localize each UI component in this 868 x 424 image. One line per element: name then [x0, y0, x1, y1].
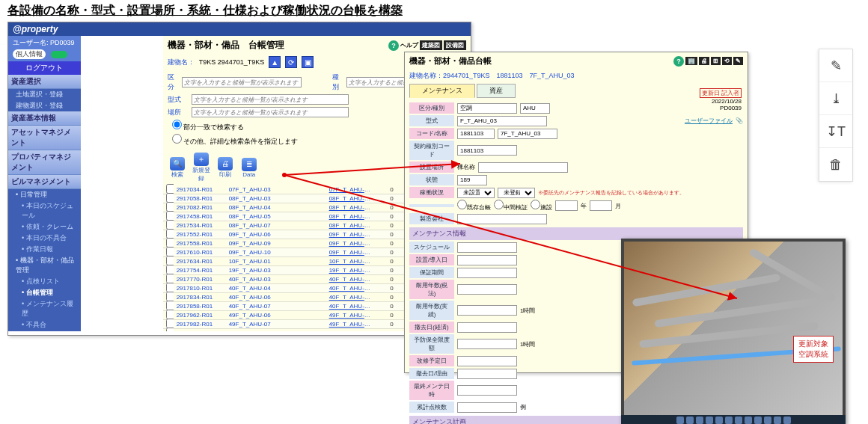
btn-arch-drawing[interactable]: 建築図 — [420, 40, 442, 50]
dbtn-2[interactable]: 🖨 — [699, 57, 709, 65]
row-link: 40F_T_AHU-04 — [326, 285, 374, 292]
brand-bar: @property — [8, 22, 471, 36]
btn-new[interactable]: ＋ — [194, 153, 209, 166]
det-status-num[interactable] — [457, 175, 487, 185]
maint-input[interactable] — [457, 268, 517, 278]
side-group-property-mgmt[interactable]: プロパティマネジメント — [8, 150, 81, 175]
row-link: 08F_T_AHU-07 — [326, 222, 374, 229]
side-bm-item[interactable]: • 機器・部材・備品管理 — [8, 255, 81, 276]
row-link: 19F_T_AHU-03 — [326, 267, 374, 274]
dbtn-4[interactable]: ⟲ — [722, 57, 732, 65]
btn-data[interactable]: ≣ — [242, 158, 257, 171]
logout-button[interactable]: ログアウト — [8, 61, 81, 75]
tab-maintenance[interactable]: メンテナンス — [409, 84, 475, 98]
side-bm-item[interactable]: • 依頼・クレーム — [8, 221, 81, 233]
maint-input[interactable] — [457, 255, 517, 265]
det-op2[interactable]: 未登録 — [498, 188, 535, 198]
btn-up[interactable]: ▲ — [269, 56, 281, 68]
side-group-asset-basic[interactable]: 資産基本情報 — [8, 111, 81, 126]
side-bm-item[interactable]: • 依頼・クレーム管理 — [8, 331, 81, 331]
det-kubun-code[interactable] — [520, 103, 550, 114]
side-bm-item[interactable]: • 不具合 — [8, 319, 81, 331]
radio-detail[interactable]: その他、詳細な検索条件を指定します — [172, 134, 298, 147]
panel-title: 機器・部材・備品 台帳管理 — [168, 39, 284, 52]
row-link: 6F_T_AHU_01 — [326, 330, 374, 331]
det-location[interactable] — [478, 162, 568, 173]
side-section-asset-select: 資産選択 — [8, 75, 81, 89]
radio-partial[interactable]: 部分一致で検索する — [172, 120, 244, 132]
dbtn-5[interactable]: ✎ — [733, 57, 743, 65]
side-bm-item[interactable]: • 台帳管理 — [8, 287, 81, 298]
row-link: 49F_T_AHU-07 — [326, 321, 374, 328]
det-kubun[interactable] — [457, 103, 517, 114]
stamp-box: 更新日 記入者 2022/10/28 PD0039 — [700, 88, 742, 111]
btn-expand[interactable]: ▣ — [302, 56, 314, 68]
side-bm-item[interactable]: • 本日のスケジュール — [8, 200, 81, 221]
maint-input[interactable] — [457, 385, 517, 396]
maint-input[interactable] — [457, 242, 517, 253]
help-icon-2[interactable]: ? — [673, 56, 684, 67]
det-op1[interactable]: 未設置 — [457, 188, 495, 198]
btn-refresh[interactable]: ⟳ — [285, 56, 297, 68]
main-window: @property ユーザー名: PD0039 個人情報 ログアウト 資産選択 … — [7, 22, 471, 336]
det-code2[interactable] — [498, 129, 557, 139]
download-icon[interactable]: ⤓ — [819, 82, 852, 115]
input-kubun[interactable] — [182, 77, 302, 87]
row-link: 40F_T_AHU-06 — [326, 294, 374, 301]
maint-input[interactable] — [457, 322, 517, 333]
det-contract[interactable] — [457, 145, 517, 156]
page-tools: ✎ ⤓ ↧T 🗑 — [819, 49, 853, 182]
building-value: T9KS 2944701_T9KS — [199, 58, 265, 66]
detail-title: 機器・部材・備品台帳 — [409, 55, 492, 67]
tab-asset[interactable]: 資産 — [477, 84, 516, 98]
input-bsho[interactable] — [192, 107, 349, 117]
help-icon[interactable]: ? — [388, 40, 399, 51]
delete-icon[interactable]: 🗑 — [819, 148, 852, 181]
maint-input[interactable] — [457, 305, 517, 316]
det-code1[interactable] — [457, 129, 495, 139]
text-size-icon[interactable]: ↧T — [819, 115, 852, 148]
row-link: 08F_T_AHU-03 — [326, 195, 374, 202]
row-link: 40F_T_AHU-07 — [326, 303, 374, 310]
lbl-seibetsu: 種別 — [332, 73, 342, 92]
det-manufacturer[interactable] — [457, 214, 547, 224]
bim-toolbar[interactable] — [621, 415, 846, 424]
row-link: 08F_T_AHU-04 — [326, 204, 374, 211]
row-link: 09F_T_AHU-10 — [326, 249, 374, 256]
side-bm-item[interactable]: • 作業日報 — [8, 244, 81, 255]
maint-input[interactable] — [457, 402, 517, 413]
btn-print[interactable]: 🖨 — [218, 157, 233, 170]
link-userfile[interactable]: ユーザーファイル — [685, 117, 733, 125]
input-mei[interactable] — [192, 94, 349, 105]
dbtn-1[interactable]: 🏢 — [685, 57, 697, 65]
side-bm-item[interactable]: • 点検リスト — [8, 276, 81, 287]
detail-bldg: 建物名称：2944701_T9KS 1881103 7F_T_AHU_03 — [409, 71, 575, 81]
side-group-building-mgmt[interactable]: ビルマネジメント — [8, 175, 81, 189]
side-bm-item[interactable]: • メンテナンス履歴 — [8, 298, 81, 319]
maint-input[interactable] — [457, 284, 517, 295]
side-group-asset-mgmt[interactable]: アセットマネジメント — [8, 126, 81, 150]
building-label: 建物名： — [168, 58, 195, 67]
dbtn-3[interactable]: ⊞ — [711, 57, 721, 65]
sidebar-toggle[interactable] — [51, 51, 67, 58]
side-item-building[interactable]: 建物選択・登録 — [8, 100, 81, 111]
side-bm-item[interactable]: • 日常管理 — [8, 189, 81, 200]
page-title: 各設備の名称・型式・設置場所・系統・仕様および稼働状況の台帳を構築 — [0, 0, 868, 22]
bim-3d-view: 更新対象 空調系統 — [621, 239, 846, 424]
btn-search[interactable]: 🔍 — [170, 157, 185, 170]
maint-input[interactable] — [457, 356, 517, 366]
maint-input[interactable] — [457, 369, 517, 379]
maint-input[interactable] — [457, 339, 517, 349]
side-item-land[interactable]: 土地選択・登録 — [8, 89, 81, 100]
edit-icon[interactable]: ✎ — [819, 49, 852, 82]
row-link: 09F_T_AHU-09 — [326, 240, 374, 247]
row-link: 49F_T_AHU-06 — [326, 312, 374, 319]
row-link: 40F_T_AHU-03 — [326, 276, 374, 283]
sidebar: ユーザー名: PD0039 個人情報 ログアウト 資産選択 土地選択・登録 建物… — [8, 36, 81, 331]
user-box: ユーザー名: PD0039 個人情報 — [8, 36, 81, 61]
det-katashiki[interactable] — [457, 116, 547, 126]
side-bm-item[interactable]: • 本日の不具合 — [8, 233, 81, 244]
btn-equip-drawing[interactable]: 設備図 — [444, 40, 466, 50]
account-button[interactable]: 個人情報 — [13, 49, 46, 59]
brand-logo: @property — [13, 24, 58, 34]
